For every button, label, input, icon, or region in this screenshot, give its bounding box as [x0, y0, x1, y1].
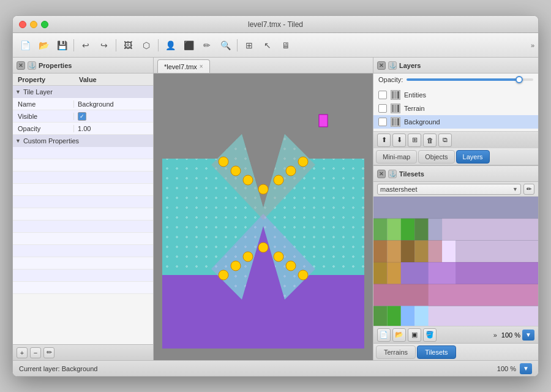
visible-checkbox[interactable]: ✓ — [78, 112, 86, 121]
grid-button[interactable]: ⊞ — [241, 37, 258, 54]
prop-value-opacity[interactable]: 1.00 — [74, 125, 153, 132]
zoom-dropdown[interactable]: ▼ — [520, 363, 532, 374]
svg-rect-31 — [442, 240, 455, 262]
layers-panel: ✕ ⚓ Layers Opacity: — [373, 58, 538, 166]
layer-item-terrain[interactable]: Terrain — [373, 102, 538, 115]
bg-icon-cell-2 — [394, 118, 396, 126]
current-layer-label: Current layer: — [19, 365, 60, 372]
layers-lock-btn[interactable]: ⚓ — [388, 61, 397, 70]
layer-add-btn[interactable]: ⊞ — [408, 134, 421, 147]
custom-prop-row-1 — [13, 147, 153, 159]
svg-rect-40 — [373, 284, 429, 306]
zoom-button[interactable]: 🔍 — [217, 37, 234, 54]
remove-property-button[interactable]: − — [30, 347, 41, 358]
maximize-button[interactable] — [41, 21, 48, 28]
icon-cell-1 — [392, 91, 394, 99]
toolbar-sep-1 — [73, 39, 74, 51]
terrain-icon-cell-1 — [392, 105, 394, 112]
open-file-button[interactable]: 📂 — [35, 37, 52, 54]
add-property-button[interactable]: + — [17, 347, 28, 358]
minimize-button[interactable] — [30, 21, 37, 28]
monitor-button[interactable]: 🖥 — [277, 37, 294, 54]
svg-rect-27 — [387, 240, 400, 262]
svg-point-16 — [219, 270, 228, 280]
prop-col-headers: Property Value — [13, 74, 153, 86]
properties-lock-btn[interactable]: ⚓ — [28, 61, 36, 70]
tilesets-close-btn[interactable]: ✕ — [377, 170, 386, 178]
background-icon — [391, 117, 400, 127]
right-panel: ✕ ⚓ Layers Opacity: — [373, 58, 538, 360]
tileset-zoom-more[interactable]: » — [493, 331, 497, 339]
window-title: level7.tmx - Tiled — [248, 20, 303, 29]
svg-rect-30 — [429, 240, 442, 262]
level7-tab[interactable]: *level7.tmx × — [157, 59, 210, 73]
properties-close-btn[interactable]: ✕ — [17, 61, 25, 70]
custom-prop-row-11 — [13, 270, 153, 282]
tab-close-button[interactable]: × — [200, 63, 203, 70]
terrains-tab[interactable]: Terrains — [376, 345, 416, 359]
prop-row-visible: Visible ✓ — [13, 110, 153, 123]
custom-props-section[interactable]: ▼ Custom Properties — [13, 135, 153, 147]
terrain-icon-cell-2 — [394, 105, 396, 112]
prop-value-name[interactable]: Background — [74, 100, 153, 108]
entities-checkbox[interactable] — [378, 91, 387, 99]
edit-property-button[interactable]: ✏ — [43, 347, 54, 358]
svg-rect-38 — [456, 262, 539, 284]
tileset-zoom-dropdown[interactable]: ▼ — [522, 330, 534, 341]
svg-point-17 — [298, 270, 308, 280]
svg-rect-45 — [414, 306, 428, 326]
tilesets-bottom-toolbar: 📄 📂 ▣ 🪣 » 100 % ▼ — [373, 326, 538, 343]
objects-tab[interactable]: Objects — [418, 150, 454, 164]
eraser-button[interactable]: ⬡ — [138, 37, 155, 54]
svg-point-4 — [258, 184, 268, 194]
svg-rect-32 — [456, 240, 539, 262]
entities-icon — [391, 90, 400, 100]
svg-rect-36 — [401, 262, 429, 284]
close-button[interactable] — [19, 21, 26, 28]
bg-icon-cell-1 — [392, 118, 394, 126]
layer-item-entities[interactable]: Entities — [373, 88, 538, 102]
svg-rect-22 — [401, 219, 414, 241]
svg-point-7 — [231, 166, 241, 176]
tilesets-title: Tilesets — [399, 170, 424, 178]
fill-button[interactable]: ⬛ — [180, 37, 197, 54]
save-file-button[interactable]: 💾 — [53, 37, 70, 54]
background-checkbox[interactable] — [378, 118, 387, 126]
tileset-paint-btn[interactable]: 🪣 — [423, 328, 437, 342]
redo-button[interactable]: ↪ — [96, 37, 113, 54]
tileset-terrain-btn[interactable]: ▣ — [408, 328, 421, 342]
layers-tab[interactable]: Layers — [456, 150, 490, 164]
tilesets-lock-btn[interactable]: ⚓ — [388, 170, 397, 178]
undo-button[interactable]: ↩ — [77, 37, 94, 54]
toolbar-more[interactable]: » — [531, 42, 534, 49]
layer-toolbar: ⬆ ⬇ ⊞ 🗑 ⧉ — [373, 131, 538, 148]
layer-up-btn[interactable]: ⬆ — [377, 134, 391, 147]
canvas-area[interactable] — [154, 74, 373, 360]
select-button[interactable]: 👤 — [162, 37, 179, 54]
cursor-button[interactable]: ↖ — [259, 37, 276, 54]
tileset-dropdown[interactable]: mastersheet ▼ — [377, 184, 521, 195]
layers-close-btn[interactable]: ✕ — [377, 61, 386, 70]
layer-list: Entities Terrain — [373, 86, 538, 131]
layer-item-background[interactable]: Background — [373, 115, 538, 129]
svg-rect-44 — [401, 306, 414, 326]
custom-prop-row-7 — [13, 221, 153, 233]
stamp-button[interactable]: 🖼 — [119, 37, 137, 54]
terrain-icon — [391, 104, 400, 113]
layer-copy-btn[interactable]: ⧉ — [438, 134, 452, 147]
tilesets-tab[interactable]: Tilesets — [417, 345, 456, 359]
layer-trash-btn[interactable]: 🗑 — [423, 134, 437, 147]
minimap-tab[interactable]: Mini-map — [376, 150, 417, 164]
terrain-checkbox[interactable] — [378, 104, 387, 113]
pencil-button[interactable]: ✏ — [198, 37, 216, 54]
tile-layer-section[interactable]: ▼ Tile Layer — [13, 86, 153, 98]
new-file-button[interactable]: 📄 — [17, 37, 34, 54]
opacity-slider[interactable] — [407, 78, 533, 81]
custom-prop-row-3 — [13, 172, 153, 184]
layer-down-btn[interactable]: ⬇ — [392, 134, 406, 147]
tileset-canvas[interactable] — [373, 197, 538, 326]
opacity-row: Opacity: — [373, 74, 538, 86]
tileset-edit-btn[interactable]: ✏ — [523, 184, 534, 195]
tileset-import-btn[interactable]: 📂 — [392, 328, 406, 342]
tileset-new-btn[interactable]: 📄 — [377, 328, 391, 342]
